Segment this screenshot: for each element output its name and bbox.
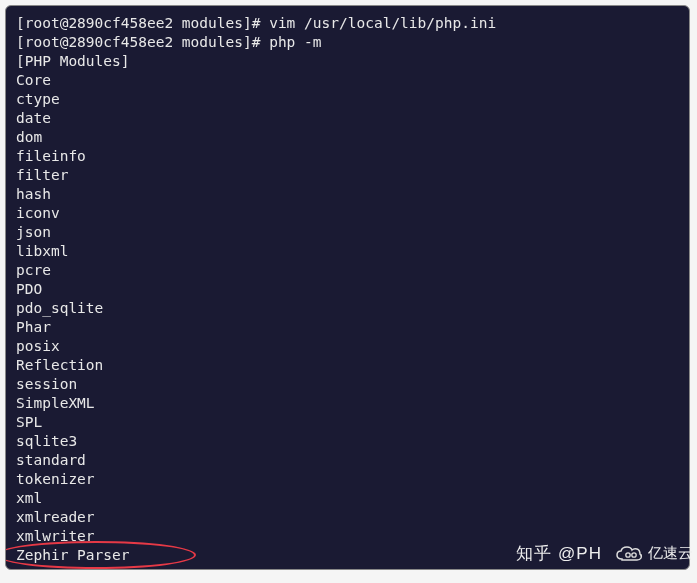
module-item: libxml [16, 242, 679, 261]
prompt-line-2: [root@2890cf458ee2 modules]# php -m [16, 33, 679, 52]
module-item: dom [16, 128, 679, 147]
yisu-text: 亿速云 [648, 544, 693, 563]
module-item: date [16, 109, 679, 128]
modules-header: [PHP Modules] [16, 52, 679, 71]
module-item: posix [16, 337, 679, 356]
yisu-watermark: 亿速云 [614, 544, 693, 564]
prompt-line-1: [root@2890cf458ee2 modules]# vim /usr/lo… [16, 14, 679, 33]
terminal-window[interactable]: [root@2890cf458ee2 modules]# vim /usr/lo… [5, 5, 690, 570]
module-item: sqlite3 [16, 432, 679, 451]
module-item: hash [16, 185, 679, 204]
module-item: xmlreader [16, 508, 679, 527]
module-item: filter [16, 166, 679, 185]
module-item: fileinfo [16, 147, 679, 166]
module-item: Core [16, 71, 679, 90]
module-item: pdo_sqlite [16, 299, 679, 318]
module-item: pcre [16, 261, 679, 280]
zhihu-watermark: 知乎 @PH [516, 542, 602, 565]
module-item: SimpleXML [16, 394, 679, 413]
module-item: json [16, 223, 679, 242]
module-item: iconv [16, 204, 679, 223]
module-item: tokenizer [16, 470, 679, 489]
module-item: Reflection [16, 356, 679, 375]
module-item: xml [16, 489, 679, 508]
module-item: PDO [16, 280, 679, 299]
watermark: 知乎 @PH 亿速云 [516, 542, 693, 565]
svg-point-1 [626, 552, 630, 556]
module-item: session [16, 375, 679, 394]
module-item: SPL [16, 413, 679, 432]
cloud-icon [614, 544, 644, 564]
module-item: standard [16, 451, 679, 470]
module-item: Phar [16, 318, 679, 337]
svg-point-0 [632, 552, 636, 556]
module-item: ctype [16, 90, 679, 109]
